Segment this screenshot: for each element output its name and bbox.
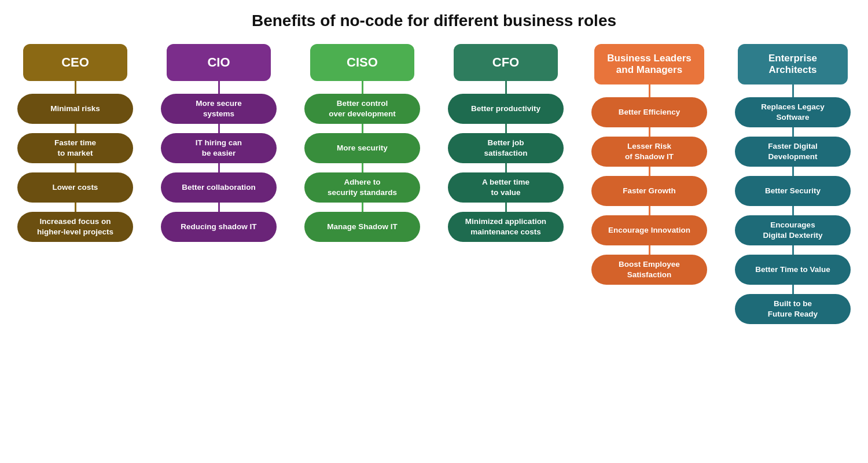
column-ea: EnterpriseArchitectsReplaces LegacySoftw… (721, 44, 865, 324)
column-cio: CIOMore securesystemsIT hiring canbe eas… (147, 44, 290, 242)
cfo-connector-1 (505, 163, 507, 172)
ceo-header: CEO (23, 44, 127, 81)
ea-item-3: EncouragesDigital Dexterity (735, 215, 851, 245)
ciso-connector-0 (362, 124, 363, 133)
ea-item-1: Faster DigitalDevelopment (735, 137, 851, 167)
ceo-item-0: Minimal risks (17, 94, 133, 124)
bl-header: Business Leadersand Managers (594, 44, 704, 84)
ea-connector-2 (792, 206, 794, 215)
cio-item-0: More securesystems (161, 94, 277, 124)
ea-connector-top (792, 84, 794, 97)
bl-item-3: Encourage Innovation (591, 215, 707, 245)
bl-connector-1 (649, 167, 650, 176)
cfo-connector-2 (505, 203, 507, 212)
page-title: Benefits of no-code for different busine… (252, 12, 616, 30)
column-ceo: CEOMinimal risksFaster timeto marketLowe… (3, 44, 147, 242)
bl-connector-3 (649, 245, 650, 255)
ciso-connector-top (362, 81, 363, 94)
ceo-connector-1 (75, 163, 76, 172)
ea-item-0: Replaces LegacySoftware (735, 97, 851, 127)
bl-item-1: Lesser Riskof Shadow IT (591, 137, 707, 167)
bl-item-0: Better Efficiency (591, 97, 707, 127)
cfo-item-2: A better timeto value (448, 172, 564, 203)
bl-connector-2 (649, 206, 650, 215)
cfo-connector-top (505, 81, 507, 94)
ciso-header: CISO (310, 44, 414, 81)
cfo-connector-0 (505, 124, 507, 133)
cio-connector-0 (218, 124, 220, 133)
bl-item-4: Boost EmployeeSatisfaction (591, 255, 707, 285)
ceo-connector-top (75, 81, 76, 94)
ea-connector-1 (792, 167, 794, 176)
ea-item-2: Better Security (735, 176, 851, 206)
column-bl: Business Leadersand ManagersBetter Effic… (578, 44, 721, 285)
ceo-item-2: Lower costs (17, 172, 133, 203)
cio-header: CIO (167, 44, 271, 81)
ceo-connector-0 (75, 124, 76, 133)
cio-item-3: Reducing shadow IT (161, 212, 277, 242)
column-ciso: CISOBetter controlover developmentMore s… (290, 44, 434, 242)
ciso-item-1: More security (304, 133, 420, 163)
cio-item-1: IT hiring canbe easier (161, 133, 277, 163)
cfo-header: CFO (454, 44, 558, 81)
ciso-item-0: Better controlover development (304, 94, 420, 124)
bl-item-2: Faster Growth (591, 176, 707, 206)
ea-header: EnterpriseArchitects (738, 44, 848, 84)
column-cfo: CFOBetter productivityBetter jobsatisfac… (434, 44, 578, 242)
cio-item-2: Better collaboration (161, 172, 277, 203)
ea-connector-3 (792, 245, 794, 255)
ea-item-5: Built to beFuture Ready (735, 294, 851, 324)
cfo-item-3: Minimized applicationmaintenance costs (448, 212, 564, 242)
ciso-connector-2 (362, 203, 363, 212)
cio-connector-top (218, 81, 220, 94)
ciso-item-2: Adhere tosecurity standards (304, 172, 420, 203)
bl-connector-top (649, 84, 650, 97)
cio-connector-1 (218, 163, 220, 172)
bl-connector-0 (649, 127, 650, 137)
ciso-connector-1 (362, 163, 363, 172)
cio-connector-2 (218, 203, 220, 212)
columns-container: CEOMinimal risksFaster timeto marketLowe… (6, 44, 862, 324)
ea-item-4: Better Time to Value (735, 255, 851, 285)
ceo-item-3: Increased focus onhigher-level projects (17, 212, 133, 242)
ciso-item-3: Manage Shadow IT (304, 212, 420, 242)
ea-connector-0 (792, 127, 794, 137)
cfo-item-0: Better productivity (448, 94, 564, 124)
ceo-item-1: Faster timeto market (17, 133, 133, 163)
cfo-item-1: Better jobsatisfaction (448, 133, 564, 163)
ceo-connector-2 (75, 203, 76, 212)
ea-connector-4 (792, 285, 794, 294)
